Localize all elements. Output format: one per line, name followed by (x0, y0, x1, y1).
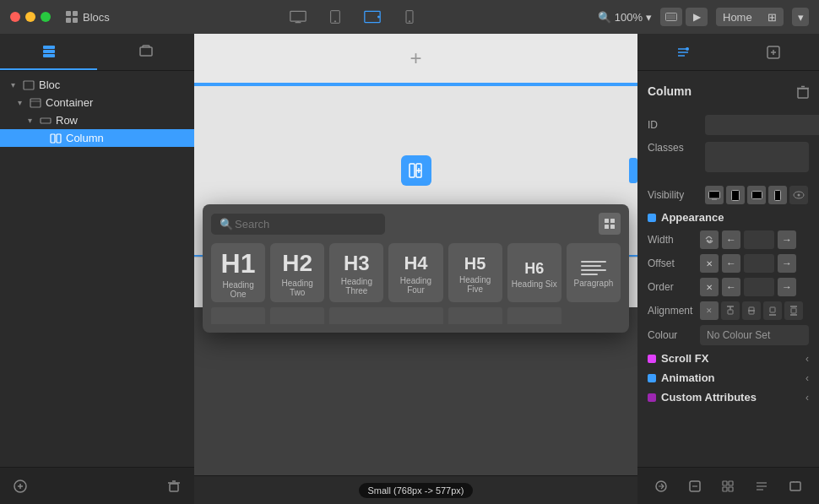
zoom-value: 100% (615, 11, 643, 24)
bric-item-h4[interactable]: H4 Heading Four (388, 243, 442, 302)
vis-mobile-btn[interactable] (768, 186, 787, 204)
animation-section[interactable]: Animation ‹ (648, 371, 809, 384)
bric-item-h3[interactable]: H3 Heading Three (329, 243, 383, 302)
bric-search-input[interactable] (211, 214, 385, 235)
order-x-btn[interactable]: ✕ (700, 278, 719, 296)
right-bottom-btn-4[interactable] (750, 474, 773, 498)
tablet-device-btn[interactable] (322, 7, 349, 27)
tree-item-bloc[interactable]: ▾ Bloc (0, 76, 194, 94)
order-value-input[interactable]: 0 (744, 278, 774, 296)
h2-display: H2 (282, 252, 312, 275)
width-row: Width ← 0 → (648, 230, 809, 249)
maximize-button[interactable] (41, 12, 51, 22)
desktop-device-btn[interactable] (285, 7, 312, 27)
svg-rect-15 (24, 81, 34, 89)
align-middle-btn[interactable] (742, 301, 761, 320)
sidebar-add-btn[interactable] (10, 476, 30, 496)
offset-x-btn[interactable]: ✕ (700, 254, 719, 273)
svg-point-51 (798, 194, 800, 197)
vis-mobile-landscape-btn[interactable] (747, 186, 766, 204)
play-btn[interactable]: ▶ (686, 8, 708, 26)
vis-tablet-btn[interactable] (726, 186, 745, 204)
offset-value-input[interactable]: 0 (744, 254, 774, 273)
app-title: Blocs (66, 11, 110, 24)
tree-item-container[interactable]: ▾ Container (0, 94, 194, 111)
order-increment-btn[interactable]: → (778, 278, 796, 296)
custom-attrs-section[interactable]: Custom Attributes ‹ (648, 391, 809, 404)
order-decrement-btn[interactable]: ← (722, 278, 740, 296)
align-x-btn[interactable]: ✕ (700, 301, 719, 320)
bric-view-toggle-btn[interactable] (599, 213, 621, 235)
bric-item-h5[interactable]: H5 Heading Five (448, 243, 502, 302)
paragraph-label: Paragraph (574, 279, 614, 288)
canvas-bloc-row[interactable]: 🔍 H1 Heading One H2 (194, 84, 637, 257)
right-bottom-btn-3[interactable] (716, 474, 740, 498)
align-bottom-btn[interactable] (763, 301, 782, 320)
id-field-row: ID (648, 115, 809, 135)
alignment-buttons: ✕ (700, 301, 803, 320)
page-dropdown-btn[interactable]: ▾ (792, 8, 809, 26)
svg-rect-18 (41, 118, 51, 123)
svg-rect-24 (170, 484, 178, 491)
canvas-scroll[interactable]: + 🔍 (194, 34, 637, 475)
right-bottom-btn-1[interactable] (649, 474, 673, 498)
vis-desktop-btn[interactable] (705, 186, 724, 204)
sidebar-bottom (0, 467, 194, 504)
minimize-button[interactable] (25, 12, 35, 22)
page-selector[interactable]: Home ⊞ (716, 8, 784, 26)
align-top-btn[interactable] (721, 301, 740, 320)
bric-item-h1[interactable]: H1 Heading One (211, 243, 265, 302)
svg-rect-27 (410, 164, 415, 177)
width-decrement-btn[interactable]: ← (722, 230, 740, 249)
right-bottom-btn-5[interactable] (784, 474, 807, 498)
align-stretch-btn[interactable] (784, 301, 803, 320)
bric-item-h6[interactable]: H6 Heading Six (507, 243, 561, 302)
offset-decrement-btn[interactable]: ← (722, 254, 740, 273)
delete-column-btn[interactable] (797, 85, 809, 101)
scroll-fx-dot (648, 355, 656, 363)
tree-area: ▾ Bloc ▾ Container ▾ Row (0, 71, 194, 467)
plus-zone-top[interactable]: + (194, 34, 637, 84)
bric-item-paragraph[interactable]: Paragraph (567, 243, 621, 302)
bric-item-h2[interactable]: H2 Heading Two (270, 243, 324, 302)
right-bottom-btn-2[interactable] (683, 474, 707, 498)
play-controls: ▶ (660, 8, 708, 26)
layers-tab[interactable] (0, 34, 97, 70)
h1-label: Heading One (214, 280, 262, 299)
sidebar-delete-btn[interactable] (164, 476, 184, 496)
id-input[interactable] (705, 115, 819, 135)
width-value-input[interactable]: 0 (744, 230, 774, 249)
svg-rect-19 (51, 134, 55, 143)
viewport-badge: Small (768px -> 577px) (359, 483, 472, 498)
bric-search-field: 🔍 (211, 214, 592, 235)
svg-rect-54 (728, 310, 733, 314)
app-icon (66, 11, 78, 23)
add-bric-tab[interactable] (729, 34, 820, 70)
column-add-icon[interactable] (401, 155, 431, 186)
svg-rect-13 (43, 54, 55, 57)
mobile-landscape-device-btn[interactable] (359, 7, 386, 27)
tree-item-column[interactable]: Column (0, 129, 194, 147)
resize-handle[interactable] (629, 158, 637, 183)
svg-rect-61 (791, 308, 796, 313)
vis-eye-btn[interactable] (789, 186, 808, 204)
preview-mode-btn[interactable] (660, 8, 682, 26)
classes-input[interactable] (705, 142, 809, 172)
close-button[interactable] (10, 12, 20, 22)
properties-tab[interactable] (637, 34, 729, 70)
tree-label-column: Column (66, 132, 104, 144)
mobile-device-btn[interactable] (396, 7, 423, 27)
scroll-fx-section[interactable]: Scroll FX ‹ (648, 352, 809, 365)
colour-picker-btn[interactable]: No Colour Set (700, 325, 809, 345)
offset-increment-btn[interactable]: → (778, 254, 796, 273)
h2-label: Heading Two (274, 279, 321, 297)
zoom-control[interactable]: 🔍 100% ▾ (598, 11, 652, 24)
h6-display: H6 (524, 261, 544, 276)
width-chain-btn[interactable] (700, 230, 719, 249)
visibility-buttons (705, 186, 808, 204)
tree-item-row[interactable]: ▾ Row (0, 111, 194, 129)
width-increment-btn[interactable]: → (778, 230, 796, 249)
svg-rect-68 (729, 487, 733, 491)
assets-tab[interactable] (97, 34, 194, 70)
plus-icon-top: + (410, 48, 421, 68)
